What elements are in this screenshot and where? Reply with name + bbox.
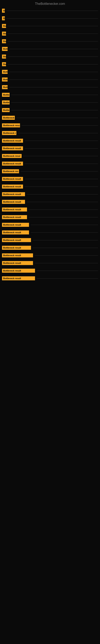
list-item: Bottleneck result: [2, 261, 98, 265]
items-container: BBBoBoBoBottBoBoBottBottBottBottleBottle…: [0, 7, 100, 286]
list-item: Bottleneck result: [2, 253, 98, 258]
item-line: [25, 141, 98, 141]
item-line: [8, 56, 98, 57]
item-badge[interactable]: Bo: [2, 24, 6, 28]
item-badge[interactable]: Bottleneck result: [2, 238, 31, 242]
list-item: Bottleneck result: [2, 246, 98, 250]
item-badge[interactable]: Bottleneck result: [2, 184, 23, 188]
list-item: Bott: [2, 47, 98, 51]
item-badge[interactable]: Bott: [2, 70, 8, 74]
item-line: [8, 34, 98, 34]
item-badge[interactable]: Bott: [2, 85, 8, 89]
item-badge[interactable]: Bottleneck result: [2, 269, 35, 273]
item-line: [8, 41, 98, 42]
item-line: [11, 110, 98, 110]
item-badge[interactable]: Bottleneck resu: [2, 123, 20, 128]
item-line: [16, 118, 98, 118]
list-item: Bottle: [2, 108, 98, 112]
list-item: Bottleneck r: [2, 131, 98, 135]
item-line: [27, 194, 98, 194]
list-item: Bo: [2, 54, 98, 58]
item-line: [33, 248, 98, 248]
list-item: Bottleneck result: [2, 269, 98, 273]
item-line: [9, 80, 98, 80]
item-badge[interactable]: Bott: [2, 47, 8, 51]
item-line: [18, 133, 98, 133]
item-line: [33, 240, 98, 240]
list-item: Bottleneck result: [2, 223, 98, 227]
list-item: Bo: [2, 62, 98, 66]
list-item: Bo: [2, 32, 98, 36]
item-badge[interactable]: Bottleneck result: [2, 215, 27, 219]
list-item: Bottleneck: [2, 116, 98, 120]
item-line: [37, 278, 98, 278]
list-item: Bottleneck res: [2, 169, 98, 173]
item-badge[interactable]: Bottleneck result: [2, 253, 33, 258]
item-badge[interactable]: Bottleneck result: [2, 276, 35, 280]
list-item: Bottleneck result: [2, 276, 98, 280]
item-line: [37, 271, 98, 271]
list-item: Bott: [2, 78, 98, 82]
item-badge[interactable]: Bo: [2, 54, 6, 58]
item-badge[interactable]: Bottleneck resul: [2, 154, 22, 158]
list-item: Bottle: [2, 100, 98, 104]
item-line: [25, 164, 98, 164]
item-badge[interactable]: Bottle: [2, 93, 10, 97]
list-item: Bottleneck result: [2, 162, 98, 166]
item-line: [25, 186, 98, 187]
item-badge[interactable]: B: [2, 9, 5, 13]
list-item: Bottleneck result: [2, 208, 98, 212]
list-item: Bott: [2, 70, 98, 74]
item-badge[interactable]: Bottleneck result: [2, 246, 31, 250]
list-item: Bottleneck result: [2, 238, 98, 242]
item-badge[interactable]: Bottleneck result: [2, 208, 27, 212]
item-badge[interactable]: Bott: [2, 78, 8, 82]
item-line: [8, 26, 98, 26]
item-badge[interactable]: Bo: [2, 62, 6, 66]
item-badge[interactable]: Bottleneck result: [2, 139, 23, 143]
item-badge[interactable]: Bottleneck result: [2, 192, 25, 196]
item-badge[interactable]: Bottleneck result: [2, 261, 33, 265]
list-item: Bottleneck result: [2, 230, 98, 234]
item-badge[interactable]: Bottleneck result: [2, 162, 23, 166]
item-line: [35, 263, 98, 263]
list-item: Bottleneck result: [2, 146, 98, 150]
item-badge[interactable]: Bottleneck result: [2, 200, 25, 204]
item-badge[interactable]: Bottleneck result: [2, 223, 29, 227]
list-item: Bo: [2, 24, 98, 28]
item-line: [9, 72, 98, 72]
item-badge[interactable]: Bottleneck result: [2, 177, 23, 181]
list-item: Bottleneck result: [2, 139, 98, 143]
site-title: TheBottlenecker.com: [0, 0, 100, 7]
list-item: Bottleneck result: [2, 177, 98, 181]
item-line: [31, 232, 98, 233]
list-item: Bottleneck result: [2, 184, 98, 188]
list-item: Bottleneck result: [2, 200, 98, 204]
item-line: [6, 18, 98, 18]
list-item: B: [2, 16, 98, 20]
item-line: [25, 148, 98, 148]
item-line: [11, 102, 98, 103]
item-badge[interactable]: Bottleneck result: [2, 146, 23, 150]
item-badge[interactable]: Bottleneck r: [2, 131, 16, 135]
item-line: [21, 171, 98, 172]
item-line: [29, 210, 98, 210]
item-badge[interactable]: Bottleneck result: [2, 230, 29, 234]
site-header: TheBottlenecker.com: [0, 0, 100, 7]
list-item: Bottleneck resu: [2, 123, 98, 128]
item-badge[interactable]: Bottle: [2, 108, 10, 112]
item-line: [11, 95, 98, 95]
list-item: Bottleneck resul: [2, 154, 98, 158]
list-item: B: [2, 9, 98, 13]
item-badge[interactable]: Bottleneck: [2, 116, 15, 120]
item-badge[interactable]: Bo: [2, 32, 6, 36]
item-badge[interactable]: Bottle: [2, 100, 10, 104]
item-badge[interactable]: Bottleneck res: [2, 169, 19, 173]
list-item: Bottleneck result: [2, 192, 98, 196]
item-badge[interactable]: Bo: [2, 39, 6, 43]
item-line: [8, 64, 98, 64]
item-badge[interactable]: B: [2, 16, 5, 20]
list-item: Bottle: [2, 93, 98, 97]
item-line: [31, 225, 98, 225]
list-item: Bottleneck result: [2, 215, 98, 219]
